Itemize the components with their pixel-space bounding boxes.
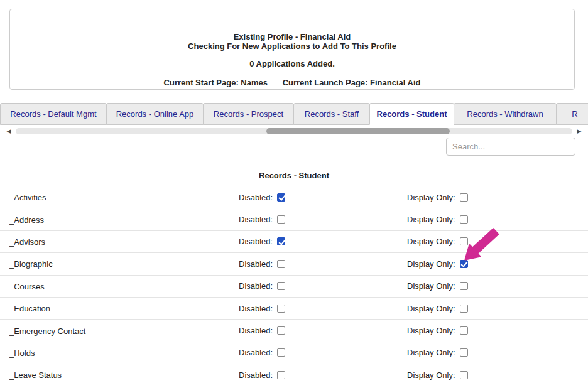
display-only-group: Display Only: (407, 253, 468, 274)
tab-records-online-app[interactable]: Records - Online App (106, 103, 204, 125)
disabled-checkbox[interactable] (277, 215, 285, 224)
display-only-group: Display Only: (407, 342, 468, 364)
record-name: _Emergency Contact (9, 326, 85, 335)
display-only-checkbox[interactable] (460, 193, 468, 202)
tab-records-student[interactable]: Records - Student (369, 103, 454, 125)
disabled-label: Disabled: (239, 259, 273, 269)
scroll-right-icon[interactable]: ▶ (574, 127, 584, 136)
record-name: _Courses (9, 281, 45, 291)
display-only-checkbox[interactable] (460, 326, 468, 335)
record-name: _Leave Status (9, 370, 62, 380)
tab-r[interactable]: R (556, 103, 588, 125)
display-only-group: Display Only: (407, 231, 468, 252)
search-input[interactable] (446, 138, 575, 156)
scrollbar-thumb[interactable] (266, 128, 450, 134)
display-only-checkbox[interactable] (460, 237, 468, 245)
display-only-checkbox[interactable] (460, 282, 468, 290)
disabled-checkbox[interactable] (277, 282, 285, 290)
record-name: _Biographic (9, 259, 53, 269)
disabled-label: Disabled: (239, 215, 273, 224)
profile-summary-card: Existing Profile - Financial Aid Checkin… (9, 9, 575, 90)
record-name: _Activities (9, 193, 46, 202)
tab-records-default-mgmt[interactable]: Records - Default Mgmt (0, 103, 107, 125)
display-only-label: Display Only: (407, 348, 455, 357)
table-row: _AdvisorsDisabled:Display Only: (0, 231, 588, 253)
disabled-group: Disabled: (239, 320, 285, 341)
display-only-label: Display Only: (407, 370, 455, 380)
disabled-checkbox[interactable] (277, 193, 285, 202)
record-name: _Holds (9, 348, 35, 357)
tab-label: Records - Online App (116, 109, 194, 119)
display-only-group: Display Only: (407, 276, 468, 297)
disabled-checkbox[interactable] (277, 326, 285, 335)
disabled-checkbox[interactable] (277, 260, 285, 268)
section-title: Records - Student (0, 171, 588, 180)
display-only-label: Display Only: (407, 259, 455, 269)
disabled-label: Disabled: (239, 237, 273, 246)
table-row: _BiographicDisabled:Display Only: (0, 253, 588, 275)
current-start-page-text: Current Start Page: Names (164, 78, 268, 87)
disabled-label: Disabled: (239, 304, 273, 313)
display-only-label: Display Only: (407, 193, 455, 202)
disabled-group: Disabled: (239, 208, 285, 230)
horizontal-scrollbar: ◀ ▶ (0, 127, 588, 136)
tab-label: Records - Withdrawn (467, 109, 543, 119)
table-row: _AddressDisabled:Display Only: (0, 208, 588, 230)
disabled-group: Disabled: (239, 276, 285, 297)
display-only-label: Display Only: (407, 215, 455, 224)
profile-subtitle: Checking For New Applications to Add To … (10, 41, 574, 51)
display-only-group: Display Only: (407, 186, 468, 208)
current-launch-page-text: Current Launch Page: Financial Aid (283, 78, 421, 87)
table-row: _Emergency ContactDisabled:Display Only: (0, 320, 588, 342)
records-table: _ActivitiesDisabled:Display Only:_Addres… (0, 186, 588, 383)
page-settings-text: Current Start Page: Names Current Launch… (10, 78, 574, 87)
tab-records-staff[interactable]: Records - Staff (293, 103, 370, 125)
display-only-checkbox[interactable] (460, 260, 468, 268)
disabled-label: Disabled: (239, 370, 273, 380)
tab-label: R (572, 109, 577, 119)
scroll-left-icon[interactable]: ◀ (4, 127, 14, 136)
disabled-group: Disabled: (239, 342, 285, 364)
applications-added-text: 0 Applications Added. (10, 59, 574, 68)
disabled-checkbox[interactable] (277, 371, 285, 379)
disabled-label: Disabled: (239, 281, 273, 291)
display-only-checkbox[interactable] (460, 305, 468, 313)
disabled-group: Disabled: (239, 364, 285, 383)
disabled-label: Disabled: (239, 193, 273, 202)
display-only-label: Display Only: (407, 304, 455, 313)
scrollbar-track[interactable] (16, 128, 572, 134)
profile-title: Existing Profile - Financial Aid (10, 32, 574, 41)
display-only-group: Display Only: (407, 208, 468, 230)
tab-records-withdrawn[interactable]: Records - Withdrawn (454, 103, 557, 125)
tab-label: Records - Prospect (214, 109, 283, 119)
disabled-label: Disabled: (239, 348, 273, 357)
disabled-group: Disabled: (239, 186, 285, 208)
tab-label: Records - Staff (305, 109, 359, 119)
display-only-label: Display Only: (407, 281, 455, 291)
display-only-checkbox[interactable] (460, 371, 468, 379)
display-only-label: Display Only: (407, 237, 455, 246)
display-only-checkbox[interactable] (460, 348, 468, 357)
disabled-label: Disabled: (239, 326, 273, 335)
tab-label: Records - Default Mgmt (10, 109, 96, 119)
disabled-checkbox[interactable] (277, 237, 285, 245)
record-name: _Education (9, 304, 50, 313)
display-only-group: Display Only: (407, 298, 468, 319)
disabled-checkbox[interactable] (277, 348, 285, 357)
tab-records-prospect[interactable]: Records - Prospect (203, 103, 294, 125)
record-name: _Advisors (9, 237, 45, 246)
tab-label: Records - Student (377, 109, 447, 119)
display-only-group: Display Only: (407, 320, 468, 341)
table-row: _ActivitiesDisabled:Display Only: (0, 186, 588, 208)
display-only-checkbox[interactable] (460, 215, 468, 224)
disabled-group: Disabled: (239, 231, 285, 252)
table-row: _CoursesDisabled:Display Only: (0, 276, 588, 298)
table-row: _HoldsDisabled:Display Only: (0, 342, 588, 364)
disabled-checkbox[interactable] (277, 305, 285, 313)
display-only-label: Display Only: (407, 326, 455, 335)
record-name: _Address (9, 215, 44, 224)
table-row: _EducationDisabled:Display Only: (0, 298, 588, 320)
display-only-group: Display Only: (407, 364, 468, 383)
table-row: _Leave StatusDisabled:Display Only: (0, 364, 588, 383)
disabled-group: Disabled: (239, 298, 285, 319)
